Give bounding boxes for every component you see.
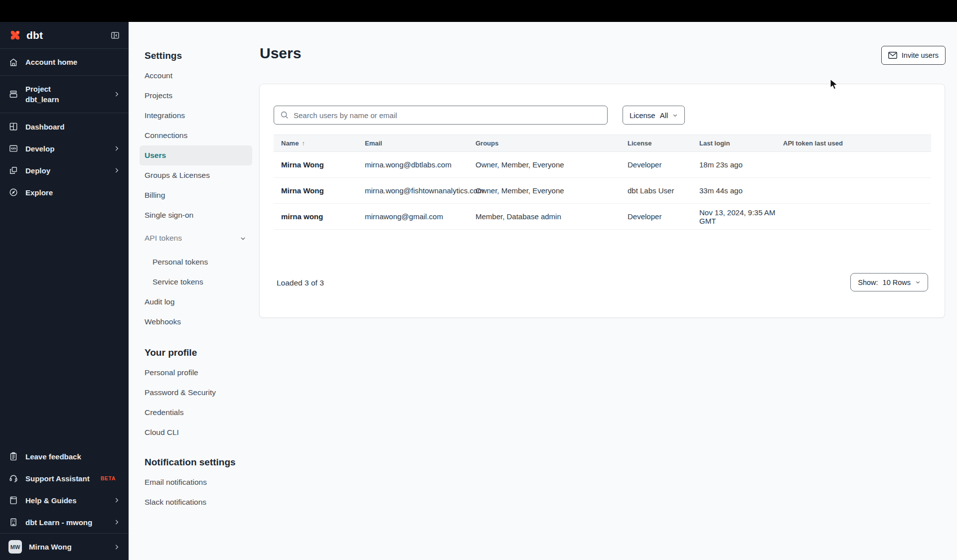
search-box bbox=[274, 106, 608, 125]
page-title: Users bbox=[260, 45, 301, 62]
settings-nav-item-webhooks[interactable]: Webhooks bbox=[140, 312, 252, 332]
table-row[interactable]: Mirna Wongmirna.wong@fishtownanalytics.c… bbox=[274, 178, 931, 204]
settings-nav-item-label: Connections bbox=[145, 126, 187, 145]
feedback-icon bbox=[8, 451, 18, 461]
license-filter-label: License bbox=[630, 111, 655, 120]
settings-nav: SettingsAccountProjectsIntegrationsConne… bbox=[129, 22, 263, 512]
project-icon bbox=[8, 89, 18, 99]
book-icon bbox=[8, 495, 18, 505]
collapse-sidebar-icon[interactable] bbox=[110, 30, 120, 40]
settings-nav-item-label: Webhooks bbox=[145, 312, 181, 332]
settings-nav-item-label: Users bbox=[145, 145, 166, 165]
beta-badge: BETA bbox=[101, 475, 116, 481]
loaded-count-text: Loaded 3 of 3 bbox=[277, 279, 324, 287]
settings-nav-item-audit-log[interactable]: Audit log bbox=[140, 292, 252, 312]
sidebar-item-leave-feedback[interactable]: Leave feedback bbox=[0, 445, 129, 467]
sidebar-item-label: Account home bbox=[25, 58, 77, 66]
settings-nav-item-integrations[interactable]: Integrations bbox=[140, 106, 252, 126]
sidebar-item-dashboard[interactable]: Dashboard bbox=[0, 116, 129, 138]
settings-nav-item-label: Projects bbox=[145, 86, 172, 106]
cell-email: mirnawong@gmail.com bbox=[365, 212, 476, 221]
settings-nav-item-account[interactable]: Account bbox=[140, 66, 252, 86]
column-header-email[interactable]: Email bbox=[365, 140, 476, 147]
settings-nav-item-connections[interactable]: Connections bbox=[140, 126, 252, 145]
settings-nav-item-password-security[interactable]: Password & Security bbox=[140, 383, 252, 403]
users-table-body: Mirna Wongmirna.wong@dbtlabs.comOwner, M… bbox=[274, 152, 931, 230]
sidebar-item-label: Project bbox=[25, 85, 59, 94]
settings-nav-item-single-sign-on[interactable]: Single sign-on bbox=[140, 205, 252, 225]
column-header-license[interactable]: License bbox=[628, 140, 699, 147]
sidebar-item-project[interactable]: Project dbt_learn bbox=[0, 76, 129, 113]
settings-nav-item-label: Integrations bbox=[145, 106, 185, 126]
chevron-right-icon bbox=[113, 519, 120, 526]
sidebar-item-dbt-learn[interactable]: dbt Learn - mwong bbox=[0, 511, 129, 533]
cell-name: Mirna Wong bbox=[274, 160, 365, 169]
settings-nav-heading-notification-settings: Notification settings bbox=[145, 452, 263, 472]
users-table-header: Name↑ Email Groups License Last login AP… bbox=[274, 135, 931, 152]
sidebar-item-label: Deploy bbox=[25, 166, 50, 175]
settings-nav-item-slack-notifications[interactable]: Slack notifications bbox=[140, 492, 252, 512]
settings-nav-item-billing[interactable]: Billing bbox=[140, 185, 252, 205]
settings-nav-item-label: Billing bbox=[145, 185, 165, 205]
search-icon bbox=[280, 111, 289, 120]
settings-nav-item-users[interactable]: Users bbox=[140, 145, 252, 165]
sidebar-item-account-home[interactable]: Account home bbox=[0, 49, 129, 76]
cell-license: dbt Labs User bbox=[628, 186, 699, 195]
brand-name: dbt bbox=[26, 29, 43, 41]
settings-nav-item-api-tokens[interactable]: API tokens bbox=[140, 228, 252, 248]
settings-nav-item-projects[interactable]: Projects bbox=[140, 86, 252, 106]
users-table: Name↑ Email Groups License Last login AP… bbox=[274, 135, 931, 230]
settings-nav-item-cloud-cli[interactable]: Cloud CLI bbox=[140, 422, 252, 442]
settings-nav-item-credentials[interactable]: Credentials bbox=[140, 403, 252, 422]
rows-per-page-value: 10 Rows bbox=[883, 279, 911, 286]
settings-nav-item-label: Account bbox=[145, 66, 172, 86]
invite-users-button[interactable]: Invite users bbox=[881, 46, 946, 65]
sidebar-item-label: Help & Guides bbox=[25, 496, 77, 505]
sidebar-item-label: Develop bbox=[25, 144, 54, 153]
settings-nav-item-label: Service tokens bbox=[153, 272, 203, 292]
sidebar-item-explore[interactable]: Explore bbox=[0, 181, 129, 203]
table-row[interactable]: Mirna Wongmirna.wong@dbtlabs.comOwner, M… bbox=[274, 152, 931, 178]
settings-nav-item-label: API tokens bbox=[145, 228, 182, 248]
invite-users-label: Invite users bbox=[902, 51, 939, 59]
column-header-last-login[interactable]: Last login bbox=[699, 140, 783, 147]
sidebar-item-support-assistant[interactable]: Support Assistant BETA bbox=[0, 467, 129, 489]
cell-email: mirna.wong@dbtlabs.com bbox=[365, 160, 476, 169]
settings-nav-item-label: Password & Security bbox=[145, 383, 216, 403]
chevron-down-icon bbox=[915, 280, 921, 285]
settings-nav-heading-settings: Settings bbox=[145, 46, 263, 66]
rows-per-page-button[interactable]: Show: 10 Rows bbox=[850, 273, 928, 291]
cell-last-login: Nov 13, 2024, 9:35 AM GMT bbox=[699, 208, 783, 225]
sidebar-item-develop[interactable]: Develop bbox=[0, 138, 129, 159]
column-header-groups[interactable]: Groups bbox=[476, 140, 628, 147]
settings-nav-item-personal-profile[interactable]: Personal profile bbox=[140, 363, 252, 383]
cell-groups: Member, Database admin bbox=[476, 212, 628, 221]
settings-nav-item-personal-tokens[interactable]: Personal tokens bbox=[148, 252, 252, 272]
sidebar-item-deploy[interactable]: Deploy bbox=[0, 159, 129, 181]
settings-nav-item-label: Personal profile bbox=[145, 363, 198, 383]
settings-nav-item-email-notifications[interactable]: Email notifications bbox=[140, 472, 252, 492]
sidebar-item-help-guides[interactable]: Help & Guides bbox=[0, 489, 129, 511]
settings-nav-item-groups-licenses[interactable]: Groups & Licenses bbox=[140, 165, 252, 185]
search-input[interactable] bbox=[294, 111, 601, 120]
chevron-down-icon bbox=[240, 235, 246, 242]
sidebar-item-label: Support Assistant bbox=[25, 474, 90, 483]
chevron-down-icon bbox=[672, 113, 678, 118]
cell-groups: Owner, Member, Everyone bbox=[476, 186, 628, 195]
rows-per-page-label: Show: bbox=[858, 279, 878, 286]
table-row[interactable]: mirna wongmirnawong@gmail.comMember, Dat… bbox=[274, 204, 931, 230]
envelope-icon bbox=[888, 52, 897, 59]
column-header-api-token-last-used[interactable]: API token last used bbox=[783, 140, 931, 147]
license-filter-button[interactable]: License All bbox=[623, 106, 685, 125]
sidebar-user-menu[interactable]: MW Mirna Wong bbox=[0, 533, 129, 560]
sidebar-project-name: dbt_learn bbox=[25, 95, 59, 104]
cell-name: Mirna Wong bbox=[274, 186, 365, 195]
sidebar-item-label: dbt Learn - mwong bbox=[25, 518, 92, 527]
explore-icon bbox=[8, 187, 18, 197]
column-header-name[interactable]: Name↑ bbox=[274, 140, 365, 147]
settings-nav-item-label: Email notifications bbox=[145, 472, 207, 492]
settings-nav-item-service-tokens[interactable]: Service tokens bbox=[148, 272, 252, 292]
headset-icon bbox=[8, 473, 18, 483]
settings-nav-item-label: Personal tokens bbox=[153, 252, 208, 272]
avatar: MW bbox=[8, 540, 22, 554]
